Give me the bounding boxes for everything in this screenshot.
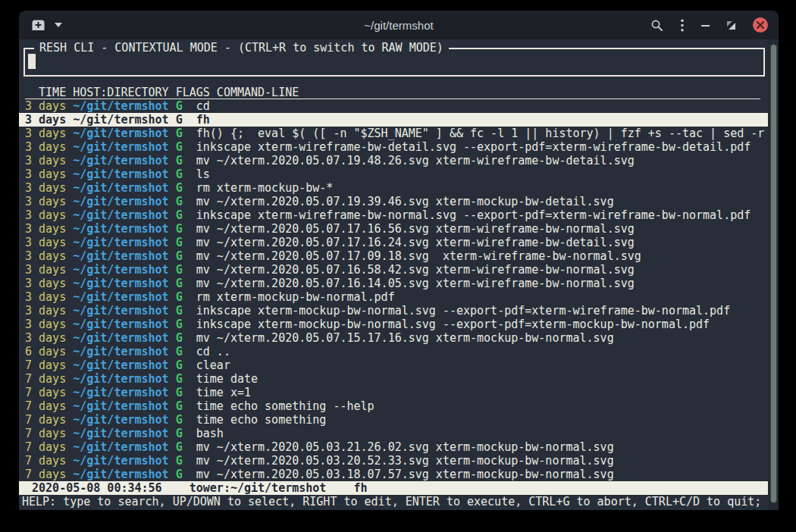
columns-header: TIME HOST:DIRECTORY FLAGS COMMAND-LINE	[25, 86, 760, 99]
minimize-icon	[701, 20, 710, 30]
history-row[interactable]: 3 days ~/git/termshot G cd	[19, 99, 768, 113]
new-tab-button[interactable]	[31, 19, 45, 31]
resh-search-box: RESH CLI - CONTEXTUAL MODE - (CTRL+R to …	[24, 48, 765, 77]
kebab-menu-icon	[681, 19, 684, 32]
tab-dropdown-button[interactable]	[55, 23, 62, 27]
scrollbar-thumb[interactable]	[770, 44, 777, 503]
window-title: ~/git/termshot	[364, 19, 433, 32]
menu-button[interactable]	[681, 19, 684, 32]
chevron-down-icon	[55, 23, 62, 27]
close-button[interactable]	[753, 17, 768, 33]
history-row[interactable]: 3 days ~/git/termshot G mv ~/xterm.2020.…	[19, 195, 768, 208]
history-row[interactable]: 7 days ~/git/termshot G clear	[19, 358, 768, 372]
history-row-selected[interactable]: 3 days ~/git/termshot G fh	[19, 113, 768, 127]
history-row[interactable]: 3 days ~/git/termshot G fh() {; eval $( …	[19, 127, 768, 140]
history-row[interactable]: 3 days ~/git/termshot G mv ~/xterm.2020.…	[19, 249, 768, 263]
history-row[interactable]: 7 days ~/git/termshot G time x=1	[19, 386, 768, 399]
history-row[interactable]: 3 days ~/git/termshot G rm xterm-mockup-…	[19, 290, 768, 304]
terminal-screen[interactable]: RESH CLI - CONTEXTUAL MODE - (CTRL+R to …	[19, 39, 779, 510]
history-row[interactable]: 7 days ~/git/termshot G mv ~/xterm.2020.…	[19, 440, 768, 454]
help-line: HELP: type to search, UP/DOWN to select,…	[19, 495, 768, 509]
history-row[interactable]: 3 days ~/git/termshot G inkscape xterm-w…	[19, 208, 768, 222]
history-row[interactable]: 3 days ~/git/termshot G rm xterm-mockup-…	[19, 181, 768, 195]
history-row[interactable]: 6 days ~/git/termshot G cd ..	[19, 345, 768, 358]
history-row[interactable]: 3 days ~/git/termshot G mv ~/xterm.2020.…	[19, 277, 768, 290]
history-row[interactable]: 3 days ~/git/termshot G mv ~/xterm.2020.…	[19, 331, 768, 345]
history-row[interactable]: 7 days ~/git/termshot G mv ~/xterm.2020.…	[19, 468, 768, 481]
restore-button[interactable]	[727, 21, 735, 30]
history-row[interactable]: 3 days ~/git/termshot G inkscape xterm-m…	[19, 304, 768, 318]
history-row[interactable]: 3 days ~/git/termshot G inkscape xterm-m…	[19, 318, 768, 331]
restore-icon	[727, 21, 735, 30]
history-row[interactable]: 7 days ~/git/termshot G time echo someth…	[19, 399, 768, 413]
history-rows: 3 days ~/git/termshot G cd3 days ~/git/t…	[19, 99, 768, 481]
new-tab-icon	[31, 19, 45, 31]
minimize-button[interactable]	[701, 20, 710, 30]
status-bar: 2020-05-08 00:34:56 tower:~/git/termshot…	[19, 481, 768, 495]
titlebar[interactable]: ~/git/termshot	[19, 11, 779, 39]
scrollbar-track[interactable]	[768, 39, 779, 510]
history-row[interactable]: 3 days ~/git/termshot G mv ~/xterm.2020.…	[19, 236, 768, 249]
terminal-window: ~/git/termshot	[19, 11, 779, 510]
history-row[interactable]: 3 days ~/git/termshot G inkscape xterm-w…	[19, 140, 768, 154]
history-row[interactable]: 7 days ~/git/termshot G time echo someth…	[19, 413, 768, 427]
resh-mode-legend: RESH CLI - CONTEXTUAL MODE - (CTRL+R to …	[34, 41, 449, 55]
search-icon	[650, 19, 663, 32]
text-cursor	[28, 54, 36, 69]
history-row[interactable]: 7 days ~/git/termshot G mv ~/xterm.2020.…	[19, 454, 768, 468]
search-button[interactable]	[650, 19, 663, 32]
history-row[interactable]: 3 days ~/git/termshot G mv ~/xterm.2020.…	[19, 222, 768, 236]
close-icon	[757, 21, 764, 29]
history-row[interactable]: 3 days ~/git/termshot G mv ~/xterm.2020.…	[19, 154, 768, 167]
history-row[interactable]: 7 days ~/git/termshot G bash	[19, 427, 768, 440]
history-row[interactable]: 7 days ~/git/termshot G time date	[19, 372, 768, 386]
history-row[interactable]: 3 days ~/git/termshot G ls	[19, 167, 768, 181]
history-row[interactable]: 3 days ~/git/termshot G mv ~/xterm.2020.…	[19, 263, 768, 277]
